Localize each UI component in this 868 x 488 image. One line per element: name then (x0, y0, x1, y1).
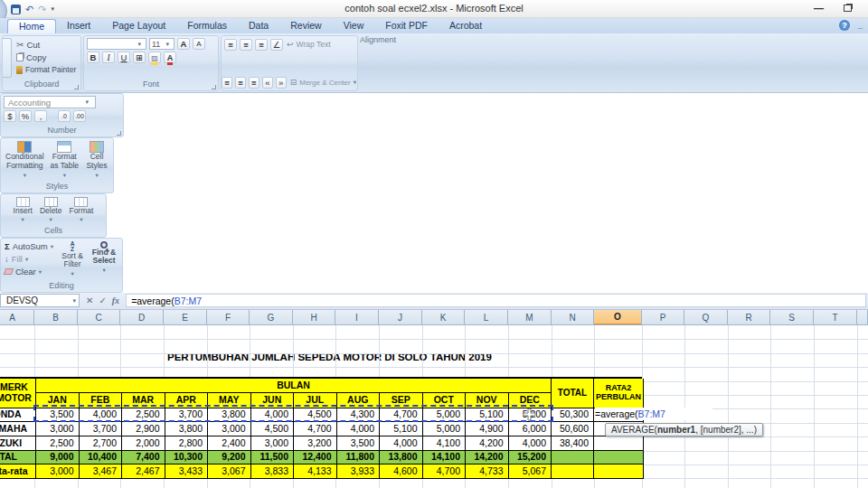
find-select-button[interactable]: Find &Select ▾ (89, 240, 119, 279)
column-header-E[interactable]: E (164, 310, 207, 325)
clear-button[interactable]: Clear▾ (4, 266, 54, 278)
row-label-suzuki[interactable]: SUZUKI (0, 436, 36, 451)
tab-page-layout[interactable]: Page Layout (101, 19, 176, 33)
cell-value[interactable]: 3,833 (251, 465, 295, 479)
decrease-decimal-button[interactable]: .00 (73, 110, 86, 122)
cell-value[interactable]: 3,433 (165, 465, 209, 479)
header-month-DEC[interactable]: DEC (509, 393, 552, 408)
increase-indent-button[interactable]: » (276, 77, 287, 89)
sort-filter-button[interactable]: AZSort &Filter ▾ (60, 240, 85, 279)
header-bulan[interactable]: BULAN (36, 379, 552, 393)
tab-acrobat[interactable]: Acrobat (439, 19, 493, 33)
align-left-button[interactable]: ≡ (222, 77, 232, 89)
font-size-select[interactable]: 11▾ (149, 38, 175, 50)
wrap-text-button[interactable]: ↩Wrap Text (286, 38, 332, 51)
column-header-L[interactable]: L (465, 310, 508, 325)
name-box[interactable]: DEVSQ▾ (0, 294, 80, 307)
cell-value[interactable]: 3,000 (36, 422, 80, 436)
column-header-P[interactable]: P (642, 310, 684, 325)
row-label-total[interactable]: TOTAL (0, 451, 36, 465)
cell-value[interactable]: 2,000 (122, 436, 165, 451)
workbook-minimize-button[interactable]: _ (858, 21, 863, 30)
cell-value[interactable]: 3,000 (251, 436, 295, 451)
tab-data[interactable]: Data (238, 19, 279, 33)
insert-function-button[interactable]: fx (112, 296, 119, 305)
cell-value[interactable]: 4,000 (509, 436, 552, 451)
header-month-JUN[interactable]: JUN (251, 393, 295, 408)
header-month-MAR[interactable]: MAR (122, 393, 165, 408)
cell-value[interactable]: 12,400 (294, 451, 337, 465)
cell-total[interactable] (552, 451, 594, 465)
cell-value[interactable]: 2,800 (165, 436, 209, 451)
formula-input[interactable]: =average(B7:M7 (126, 294, 866, 307)
cell-styles-button[interactable]: CellStyles ▾ (83, 140, 110, 180)
font-dialog-launcher[interactable] (212, 85, 216, 89)
column-header-M[interactable]: M (508, 310, 552, 325)
format-painter-button[interactable]: Format Painter (15, 63, 78, 76)
cell-value[interactable]: 4,300 (337, 408, 381, 423)
cell-value[interactable]: 4,000 (80, 408, 123, 423)
fill-color-button[interactable]: ▨ (148, 52, 161, 63)
align-center-button[interactable]: ≡ (235, 77, 246, 89)
header-month-MAY[interactable]: MAY (208, 393, 251, 408)
cell-value[interactable]: 4,700 (423, 465, 467, 479)
cell-value[interactable]: 4,200 (466, 436, 509, 451)
format-cells-button[interactable]: Format▾ (67, 196, 95, 223)
shrink-font-button[interactable]: A (193, 38, 205, 50)
cell-value[interactable]: 3,800 (165, 422, 209, 436)
cell-value[interactable]: 4,600 (380, 465, 423, 479)
align-top-button[interactable]: ≡ (224, 39, 237, 51)
cell-value[interactable]: 3,933 (337, 465, 381, 479)
cell-value[interactable]: 14,200 (466, 451, 509, 465)
cell-value[interactable]: 6,000 (509, 422, 552, 436)
header-month-OCT[interactable]: OCT (423, 393, 467, 408)
underline-button[interactable]: U (118, 52, 130, 63)
orientation-button[interactable]: ∠ (270, 39, 283, 51)
cell-value[interactable]: 4,100 (423, 436, 467, 451)
column-header-Q[interactable]: Q (684, 310, 728, 325)
font-color-button[interactable]: A (164, 52, 176, 63)
delete-cells-button[interactable]: Delete▾ (38, 196, 64, 223)
cell-rata2[interactable] (594, 465, 644, 479)
conditional-formatting-button[interactable]: ConditionalFormatting ▾ (4, 140, 46, 180)
cell-rata2[interactable] (594, 436, 644, 451)
copy-button[interactable]: Copy (15, 51, 78, 63)
column-header-G[interactable]: G (250, 310, 293, 325)
tab-formulas[interactable]: Formulas (176, 19, 238, 33)
cell-value[interactable]: 3,500 (337, 436, 381, 451)
tab-foxit-pdf[interactable]: Foxit PDF (374, 19, 439, 33)
column-header-J[interactable]: J (379, 310, 422, 325)
cell-rata2[interactable] (594, 451, 644, 465)
cell-value[interactable]: 2,500 (122, 408, 165, 423)
column-header-S[interactable]: S (770, 310, 814, 325)
cell-value[interactable]: 2,900 (122, 422, 165, 436)
tab-review[interactable]: Review (279, 19, 332, 33)
bold-button[interactable]: B (87, 52, 99, 63)
column-header-F[interactable]: F (207, 310, 250, 325)
help-icon[interactable]: ? (839, 20, 850, 31)
cell-value[interactable]: 5,000 (423, 422, 467, 436)
comma-style-button[interactable]: , (34, 110, 47, 122)
row-label-honda[interactable]: HONDA (0, 408, 36, 423)
cell-value[interactable]: 4,700 (294, 422, 337, 436)
column-header-A[interactable]: A (0, 310, 34, 325)
worksheet-grid[interactable]: PERTUMBUHAN JUMLAH SEPEDA MOTOR DI SOLO … (0, 325, 868, 488)
header-month-JUL[interactable]: JUL (294, 393, 337, 408)
cell-value[interactable]: 4,900 (466, 422, 509, 436)
autosum-button[interactable]: ΣAutoSum▾ (4, 240, 54, 253)
cell-value[interactable]: 11,500 (251, 451, 295, 465)
row-label-rata-rata[interactable]: Rata-rata (0, 465, 36, 479)
decrease-indent-button[interactable]: « (262, 77, 273, 89)
align-bottom-button[interactable]: ≡ (255, 39, 268, 51)
tab-view[interactable]: View (333, 19, 375, 33)
cell-value[interactable]: 4,000 (251, 408, 295, 423)
grow-font-button[interactable]: A (177, 38, 190, 50)
align-right-button[interactable]: ≡ (249, 77, 259, 89)
cell-value[interactable]: 15,200 (509, 451, 552, 465)
header-month-AUG[interactable]: AUG (337, 393, 381, 408)
cell-value[interactable]: 2,467 (122, 465, 165, 479)
header-month-NOV[interactable]: NOV (466, 393, 509, 408)
cell-value[interactable]: 4,000 (337, 422, 381, 436)
cell-value[interactable]: 14,100 (423, 451, 467, 465)
column-header-R[interactable]: R (728, 310, 770, 325)
